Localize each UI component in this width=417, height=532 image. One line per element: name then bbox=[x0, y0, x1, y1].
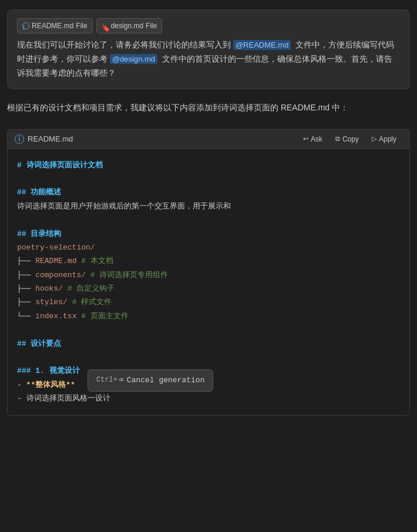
code-line-8: ├── hooks/ # 自定义钩子 bbox=[17, 282, 400, 295]
design-inline-ref: @design.md bbox=[110, 54, 157, 64]
file-tag-readme: i README.md File bbox=[17, 18, 93, 33]
apply-button[interactable]: ▷ Apply bbox=[366, 133, 402, 145]
ask-label: Ask bbox=[311, 135, 322, 143]
code-line-9: ├── styles/ # 样式文件 bbox=[17, 295, 400, 309]
code-line-empty-3 bbox=[17, 323, 400, 336]
file-tag-design: 🔖 design.md File bbox=[96, 18, 163, 33]
code-block-title: i README.md bbox=[15, 134, 73, 144]
code-line-5: poetry-selection/ bbox=[17, 241, 400, 254]
user-message: i README.md File 🔖 design.md File 现在我们可以… bbox=[7, 9, 410, 89]
copy-icon: ⧉ bbox=[335, 135, 340, 143]
ctrl-key: Ctrl+ bbox=[96, 374, 117, 387]
code-block-actions: ↩ Ask ⧉ Copy ▷ Apply bbox=[297, 133, 402, 145]
code-block-filename: README.md bbox=[28, 134, 73, 143]
code-block-icon: i bbox=[15, 134, 24, 144]
copy-label: Copy bbox=[342, 135, 359, 143]
code-line-7: ├── components/ # 诗词选择页专用组件 bbox=[17, 268, 400, 282]
code-block-header: i README.md ↩ Ask ⧉ Copy ▷ Apply bbox=[8, 130, 409, 149]
ask-button[interactable]: ↩ Ask bbox=[297, 133, 328, 145]
readme-inline-ref: @README.md bbox=[233, 40, 291, 50]
apply-icon: ▷ bbox=[372, 135, 376, 143]
user-message-text: 现在我们可以开始讨论了，请务必将我们讨论的结果写入到 @README.md 文件… bbox=[17, 38, 400, 80]
readme-icon: i bbox=[22, 22, 29, 29]
copy-button[interactable]: ⧉ Copy bbox=[329, 133, 365, 145]
code-line-4: ## 目录结构 bbox=[17, 227, 400, 241]
readme-tag-label: File bbox=[76, 20, 87, 32]
assistant-message-text: 根据已有的设计文档和项目需求，我建议将以下内容添加到诗词选择页面的 README… bbox=[7, 103, 348, 112]
readme-tag-name: README.md bbox=[32, 20, 73, 32]
code-line-14: - 诗词选择页面风格一设计 bbox=[17, 392, 400, 405]
code-line-3: 诗词选择页面是用户开始游戏后的第一个交互界面，用于展示和 bbox=[17, 200, 400, 213]
apply-label: Apply bbox=[379, 135, 396, 143]
code-line-6: ├── README.md # 本文档 bbox=[17, 254, 400, 268]
design-tag-label: File bbox=[146, 20, 157, 32]
design-icon: 🔖 bbox=[102, 22, 109, 29]
code-content: # 诗词选择页面设计文档 ## 功能概述 诗词选择页面是用户开始游戏后的第一个交… bbox=[8, 149, 409, 415]
ask-icon: ↩ bbox=[303, 135, 308, 143]
code-line-empty-4 bbox=[17, 351, 400, 364]
cancel-tooltip: Ctrl+⌫ Cancel generation bbox=[88, 369, 213, 391]
code-line-10: └── index.tsx # 页面主文件 bbox=[17, 309, 400, 323]
cancel-label: Cancel generation bbox=[127, 373, 205, 387]
assistant-message: 根据已有的设计文档和项目需求，我建议将以下内容添加到诗词选择页面的 README… bbox=[7, 101, 410, 115]
code-line-2: ## 功能概述 bbox=[17, 186, 400, 199]
file-tags: i README.md File 🔖 design.md File bbox=[17, 18, 162, 33]
code-line-empty-1 bbox=[17, 172, 400, 186]
backspace-key: ⌫ bbox=[119, 373, 123, 387]
code-block: i README.md ↩ Ask ⧉ Copy ▷ Apply # 诗词选择页 bbox=[7, 129, 410, 416]
code-line-11: ## 设计要点 bbox=[17, 337, 400, 351]
code-line-empty-2 bbox=[17, 213, 400, 227]
design-tag-name: design.md bbox=[111, 20, 143, 32]
code-line-1: # 诗词选择页面设计文档 bbox=[17, 159, 400, 172]
cancel-kbd: Ctrl+⌫ bbox=[96, 373, 123, 387]
